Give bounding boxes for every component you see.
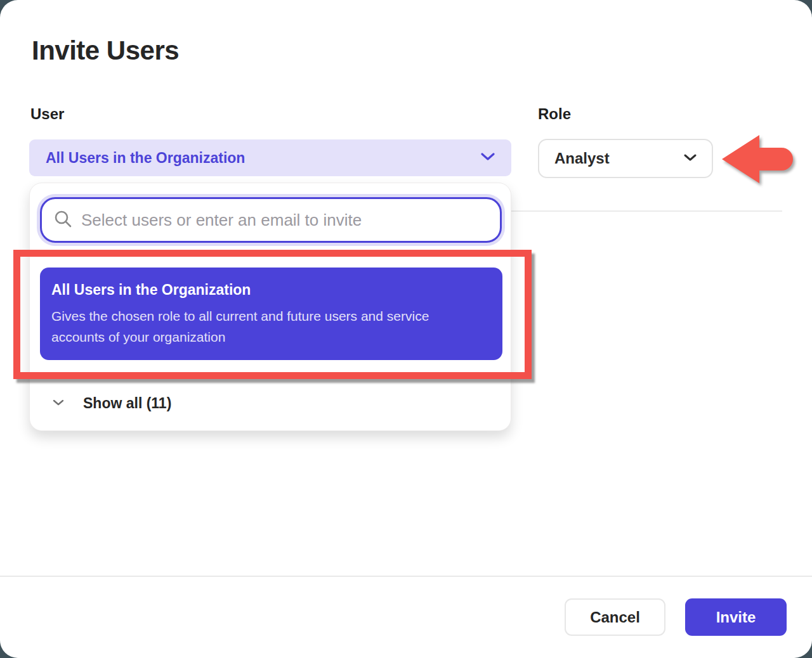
user-search-input[interactable]: [81, 210, 487, 230]
chevron-down-icon: [481, 152, 495, 164]
role-select-value: Analyst: [554, 150, 610, 167]
chevron-down-icon: [53, 397, 64, 409]
dropdown-option-all-users[interactable]: All Users in the Organization Gives the …: [40, 268, 502, 360]
user-field-label: User: [30, 105, 64, 123]
cancel-button[interactable]: Cancel: [565, 598, 665, 636]
option-description: Gives the chosen role to all current and…: [51, 306, 483, 347]
search-icon: [53, 209, 72, 231]
invite-users-modal: Invite Users User All Users in the Organ…: [0, 0, 812, 658]
user-select-value: All Users in the Organization: [46, 150, 245, 167]
user-select[interactable]: All Users in the Organization: [29, 139, 511, 176]
role-field-label: Role: [538, 105, 571, 123]
page-title: Invite Users: [32, 35, 179, 66]
invite-button[interactable]: Invite: [685, 598, 787, 636]
user-dropdown-panel: All Users in the Organization Gives the …: [29, 183, 511, 431]
option-title: All Users in the Organization: [51, 281, 491, 299]
show-all-label: Show all (11): [83, 395, 171, 412]
show-all-toggle[interactable]: Show all (11): [30, 389, 511, 418]
user-search-box[interactable]: [40, 197, 502, 243]
chevron-down-icon: [684, 153, 697, 164]
role-select[interactable]: Analyst: [538, 139, 713, 178]
footer-divider: [0, 576, 812, 577]
annotation-arrow-icon: [721, 133, 796, 185]
